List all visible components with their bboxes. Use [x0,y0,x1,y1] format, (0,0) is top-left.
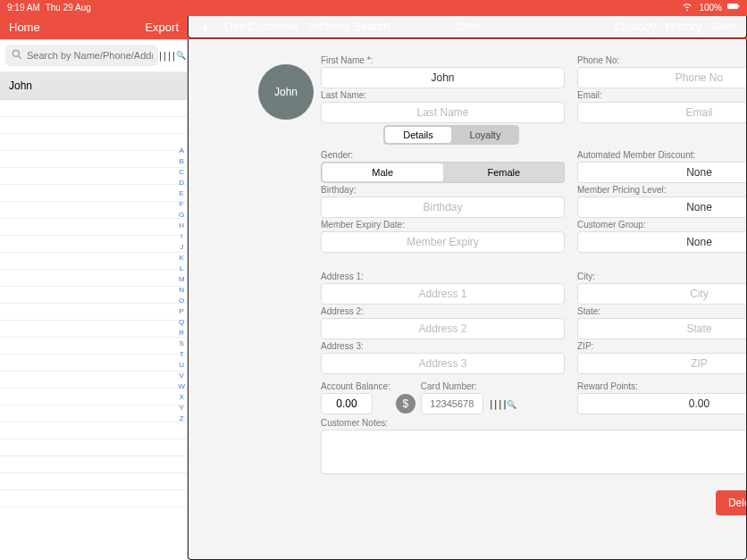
last-name-label: Last Name: [321,90,565,100]
index-letter[interactable]: X [178,393,185,402]
notes-field[interactable] [321,430,747,474]
index-letter[interactable]: L [178,264,185,273]
index-letter[interactable]: H [178,221,185,230]
tabs-segment[interactable]: Details Loyalty [383,125,519,145]
index-letter[interactable]: B [178,157,185,166]
balance-label: Account Balance: [321,381,390,391]
index-letter[interactable]: R [178,329,185,338]
index-letter[interactable]: Z [178,414,185,423]
index-letter[interactable]: P [178,307,185,316]
tab-loyalty[interactable]: Loyalty [452,126,518,144]
primary-address-label: Primary Address [577,258,747,268]
index-letter[interactable]: G [178,211,185,220]
reward-field[interactable] [577,393,747,414]
dollar-icon[interactable]: $ [396,394,415,414]
address-search-button[interactable]: Address Search [307,20,390,33]
index-letter[interactable]: J [178,243,185,252]
pricing-field[interactable] [577,196,747,218]
status-battery: 100% [699,3,722,13]
history-button[interactable]: History [666,20,701,33]
empty-list [0,100,187,507]
last-name-field[interactable] [321,102,565,123]
svg-rect-1 [738,5,739,7]
discount-field[interactable] [577,162,747,183]
expiry-field[interactable] [321,231,565,253]
index-letter[interactable]: W [178,382,185,391]
birthday-field[interactable] [321,196,565,218]
svg-line-3 [19,55,21,58]
discount-label: Automated Member Discount: [577,150,747,160]
reward-label: Reward Points: [577,381,747,391]
zip-field[interactable] [577,353,747,374]
first-name-field[interactable] [321,67,565,88]
save-button[interactable]: Save [710,20,737,33]
group-field[interactable] [577,231,747,253]
status-bar: 9:19 AM Thu 29 Aug 100% [0,0,747,14]
search-icon [11,48,23,63]
avatar[interactable]: John [258,64,314,120]
index-letter[interactable]: M [178,275,185,284]
balance-field[interactable] [321,393,373,414]
customer-list-item[interactable]: John [0,72,187,100]
phone-label: Phone No: [577,55,747,65]
address2-field[interactable] [321,318,565,339]
zip-label: ZIP: [577,341,747,351]
address1-field[interactable] [321,283,565,305]
svg-rect-0 [727,4,738,8]
state-label: State: [577,306,747,316]
index-letter[interactable]: U [178,361,185,370]
tab-details[interactable]: Details [385,127,451,143]
gender-female[interactable]: Female [444,163,565,182]
address3-field[interactable] [321,353,565,374]
alpha-index[interactable]: ABCDEFGHIJKLMNOPQRSTUVWXYZ [178,146,185,423]
top-bar: Home Export ＋ Use Customer Address Searc… [0,14,747,39]
phone-field[interactable] [577,67,747,88]
city-label: City: [577,272,747,281]
notes-label: Customer Notes: [321,418,747,428]
home-button[interactable]: Home [9,21,40,34]
barcode-icon[interactable]: ||||🔍 [489,395,516,411]
index-letter[interactable]: K [178,254,185,263]
search-input[interactable] [27,50,153,61]
status-time: 9:19 AM [7,3,40,13]
form-panel: John First Name *: Phone No: Last Name: [188,39,747,560]
state-field[interactable] [577,318,747,339]
delete-customer-button[interactable]: Delete Customer [716,490,747,515]
index-letter[interactable]: T [178,350,185,359]
index-letter[interactable]: E [178,189,185,198]
index-letter[interactable]: D [178,179,185,188]
index-letter[interactable]: F [178,200,185,209]
index-letter[interactable]: C [178,168,185,177]
add-icon[interactable]: ＋ [197,16,214,38]
index-letter[interactable]: O [178,297,185,305]
index-letter[interactable]: Q [178,318,185,327]
status-date: Thu 29 Aug [46,3,91,13]
svg-point-2 [13,50,19,56]
address1-label: Address 1: [321,272,565,281]
wifi-icon [681,0,693,14]
custody-button[interactable]: Custody [614,20,657,33]
first-name-label: First Name *: [321,55,565,65]
index-letter[interactable]: N [178,286,185,295]
export-button[interactable]: Export [145,21,179,34]
battery-icon [727,0,740,14]
index-letter[interactable]: V [178,372,185,380]
card-field[interactable] [421,393,483,414]
use-customer-button[interactable]: Use Customer [224,20,298,33]
email-field[interactable] [577,102,747,123]
gender-male[interactable]: Male [323,163,443,181]
gender-segment[interactable]: Male Female [321,162,565,183]
group-label: Customer Group: [577,220,747,230]
birthday-label: Birthday: [321,185,565,195]
search-box[interactable] [5,45,158,66]
index-letter[interactable]: I [178,232,185,241]
address3-label: Address 3: [321,341,565,351]
index-letter[interactable]: Y [178,404,185,413]
index-letter[interactable]: A [178,146,185,155]
email-label: Email: [577,90,747,100]
index-letter[interactable]: S [178,339,185,348]
barcode-scan-button[interactable]: ||||🔍 [162,46,181,65]
city-field[interactable] [577,283,747,305]
pricing-label: Member Pricing Level: [577,185,747,195]
card-label: Card Number: [421,381,483,391]
